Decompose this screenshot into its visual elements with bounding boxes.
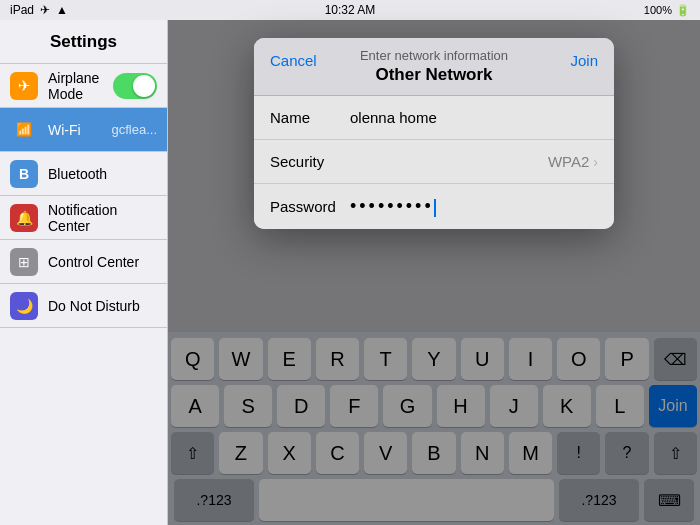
status-time: 10:32 AM <box>325 3 376 17</box>
dialog-body: Name Security WPA2 › Password <box>254 96 614 229</box>
status-right: 100% 🔋 <box>644 4 690 17</box>
sidebar: Settings ✈ Airplane Mode 📶 Wi-Fi gcflea.… <box>0 20 168 525</box>
content-area: Cancel Enter network information Other N… <box>168 20 700 525</box>
sidebar-title: Settings <box>50 32 117 52</box>
dialog-title: Other Network <box>270 65 598 85</box>
dialog-name-row: Name <box>254 96 614 140</box>
notification-icon: 🔔 <box>10 204 38 232</box>
wifi-value: gcflea... <box>111 122 157 137</box>
password-input-area[interactable]: ••••••••• <box>350 196 598 217</box>
wifi-icon: 📶 <box>10 116 38 144</box>
security-label: Security <box>270 153 350 170</box>
password-dots: ••••••••• <box>350 196 434 216</box>
status-bar: iPad ✈ ▲ 10:32 AM 100% 🔋 <box>0 0 700 20</box>
bluetooth-icon: B <box>10 160 38 188</box>
sidebar-item-notification[interactable]: 🔔 Notification Center <box>0 196 167 240</box>
airplane-label: Airplane Mode <box>48 70 103 102</box>
battery-label: 100% <box>644 4 672 16</box>
dialog-cancel-button[interactable]: Cancel <box>270 52 317 69</box>
wifi-label: Wi-Fi <box>48 122 101 138</box>
control-icon: ⊞ <box>10 248 38 276</box>
sidebar-item-wifi[interactable]: 📶 Wi-Fi gcflea... <box>0 108 167 152</box>
security-chevron-icon: › <box>593 154 598 170</box>
modal-overlay: Cancel Enter network information Other N… <box>168 20 700 525</box>
control-label: Control Center <box>48 254 157 270</box>
ipad-label: iPad <box>10 3 34 17</box>
security-value: WPA2 <box>548 153 589 170</box>
wifi-bars-icon: ▲ <box>56 3 68 17</box>
name-label: Name <box>270 109 350 126</box>
name-input[interactable] <box>350 109 598 126</box>
airplane-icon: ✈ <box>10 72 38 100</box>
sidebar-item-bluetooth[interactable]: B Bluetooth <box>0 152 167 196</box>
bluetooth-label: Bluetooth <box>48 166 157 182</box>
donotdisturb-icon: 🌙 <box>10 292 38 320</box>
dialog-password-row: Password ••••••••• <box>254 184 614 229</box>
sidebar-item-control[interactable]: ⊞ Control Center <box>0 240 167 284</box>
dialog-security-row[interactable]: Security WPA2 › <box>254 140 614 184</box>
dialog-subtitle: Enter network information <box>270 48 598 63</box>
password-label: Password <box>270 198 350 215</box>
battery-icon: 🔋 <box>676 4 690 17</box>
text-cursor <box>434 199 436 217</box>
sidebar-header: Settings <box>0 20 167 64</box>
dialog-join-header-button[interactable]: Join <box>570 52 598 69</box>
dialog: Cancel Enter network information Other N… <box>254 38 614 229</box>
security-value-area: WPA2 › <box>350 153 598 170</box>
wifi-status-icon: ✈ <box>40 3 50 17</box>
donotdisturb-label: Do Not Disturb <box>48 298 157 314</box>
airplane-toggle[interactable] <box>113 73 157 99</box>
main-area: Settings ✈ Airplane Mode 📶 Wi-Fi gcflea.… <box>0 20 700 525</box>
notification-label: Notification Center <box>48 202 157 234</box>
status-left: iPad ✈ ▲ <box>10 3 68 17</box>
sidebar-item-donotdisturb[interactable]: 🌙 Do Not Disturb <box>0 284 167 328</box>
sidebar-item-airplane[interactable]: ✈ Airplane Mode <box>0 64 167 108</box>
dialog-header: Cancel Enter network information Other N… <box>254 38 614 85</box>
